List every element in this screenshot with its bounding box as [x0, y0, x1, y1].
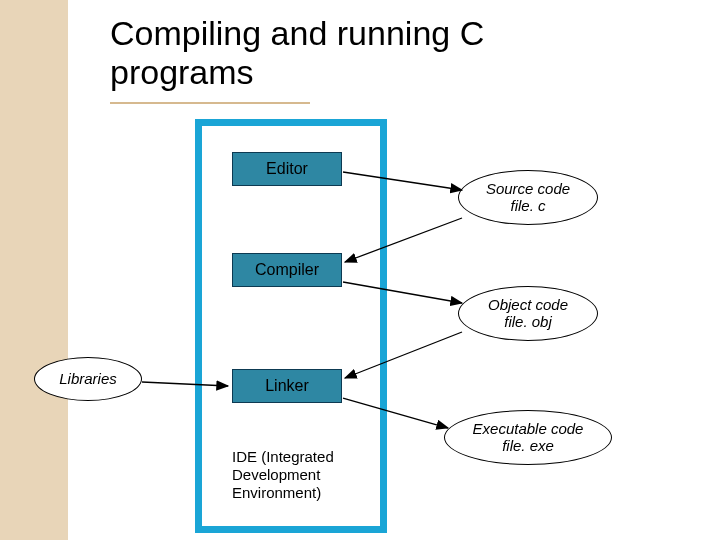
- compiler-node: Compiler: [232, 253, 342, 287]
- libraries-label: Libraries: [59, 371, 117, 388]
- source-label-1: Source code: [486, 181, 570, 198]
- accent-bar: [0, 0, 68, 540]
- source-label-2: file. c: [510, 198, 545, 215]
- libraries-artifact: Libraries: [34, 357, 142, 401]
- title-underline: [110, 102, 310, 104]
- object-code-artifact: Object code file. obj: [458, 286, 598, 341]
- ide-caption: IDE (Integrated Development Environment): [232, 448, 382, 502]
- executable-artifact: Executable code file. exe: [444, 410, 612, 465]
- editor-node: Editor: [232, 152, 342, 186]
- object-label-1: Object code: [488, 297, 568, 314]
- executable-label-2: file. exe: [502, 438, 554, 455]
- page-title: Compiling and running C programs: [110, 14, 630, 92]
- source-code-artifact: Source code file. c: [458, 170, 598, 225]
- object-label-2: file. obj: [504, 314, 552, 331]
- linker-node: Linker: [232, 369, 342, 403]
- executable-label-1: Executable code: [473, 421, 584, 438]
